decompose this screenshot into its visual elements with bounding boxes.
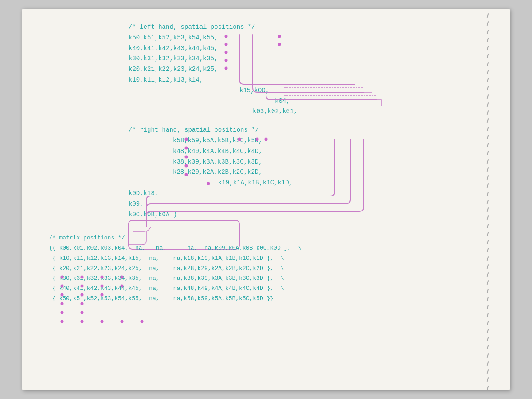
right-hand-section: /* right hand, spatial positions */ k58,… [49, 125, 474, 220]
rh-row-4: k28,k29,k2A,k2B,k2C,k2D, [49, 167, 474, 178]
lh-row-2: k40,k41,k42,k43,k44,k45, [49, 43, 474, 54]
matrix-row-6: { k50,k51,k52,k53,k54,k55, na, na,k58,k5… [49, 294, 474, 304]
matrix-row-3: { k20,k21,k22,k23,k24,k25, na, na,k28,k2… [49, 264, 474, 274]
rh-row-3: k38,k39,k3A,k3B,k3C,k3D, [49, 157, 474, 168]
rh-row-2: k48,k49,k4A,k4B,k4C,k4D, [49, 146, 474, 157]
lh-row-7: k04, [49, 96, 474, 107]
lh-row-1: k50,k51,k52,k53,k54,k55, [49, 33, 474, 43]
rh-extra-1: k0D,k18, [49, 188, 474, 199]
rh-row-1: k58,k59,k5A,k5B,k5C,k5D, [49, 136, 474, 146]
lh-row-5: k10,k11,k12,k13,k14, [49, 75, 474, 86]
page: /* left hand, spatial positions */ [22, 9, 510, 390]
lh-row-3: k30,k31,k32,k33,k34,k35, [49, 54, 474, 64]
matrix-row-5: { k40,k41,k42,k43,k44,k45, na, na,k48,k4… [49, 284, 474, 294]
lh-row-8: k03,k02,k01, [49, 106, 474, 117]
rh-row-5: k19,k1A,k1B,k1C,k1D, [49, 178, 474, 188]
left-hand-section: /* left hand, spatial positions */ [49, 22, 474, 117]
left-hand-comment: /* left hand, spatial positions */ [49, 22, 474, 33]
lh-row-6: k15,k00, [49, 86, 474, 96]
rh-extra-3: k0C,k0B,k0A ) [49, 210, 474, 220]
margin-line [483, 9, 492, 390]
lh-row-4: k20,k21,k22,k23,k24,k25, [49, 64, 474, 75]
matrix-row-2: { k10,k11,k12,k13,k14,k15, na, na,k18,k1… [49, 254, 474, 264]
rh-extra-2: k09, [49, 199, 474, 210]
content-area: /* left hand, spatial positions */ [49, 18, 474, 381]
matrix-section: /* matrix positions */ {{ k00,k01,k02,k0… [49, 233, 474, 304]
matrix-row-1: {{ k00,k01,k02,k03,k04, na, na, na, na,k… [49, 243, 474, 254]
right-hand-comment: /* right hand, spatial positions */ [49, 125, 474, 136]
matrix-comment: /* matrix positions */ [49, 233, 474, 243]
matrix-row-4: { k30,k31,k32,k33,k34,k35, na, na,k38,k3… [49, 274, 474, 284]
